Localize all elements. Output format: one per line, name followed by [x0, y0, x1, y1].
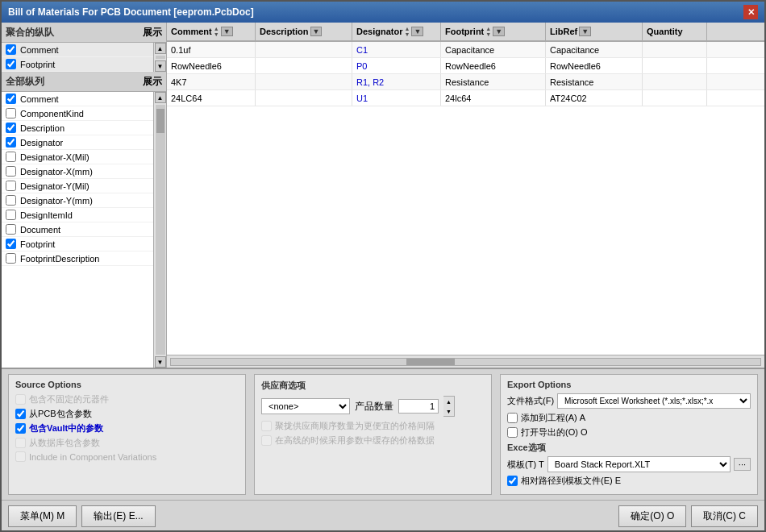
table-panel: Comment ▲▼ ▼ Description ▼ Designator ▲▼… — [167, 23, 764, 368]
td-3-2: U1 — [352, 90, 441, 106]
export-opt-relpath-label: 相对路径到模板文件(E) E — [521, 475, 621, 487]
table-row[interactable]: 24LC64U124lc64AT24C02 — [167, 90, 764, 106]
th-designator-sort[interactable]: ▲▼ — [404, 26, 410, 37]
all-col-8-label: DesignItemId — [20, 210, 73, 220]
qty-up[interactable]: ▲ — [443, 397, 454, 406]
all-col-9[interactable]: Document — [2, 222, 153, 237]
th-designator-label: Designator — [356, 27, 402, 36]
all-col-4-check[interactable] — [6, 152, 16, 162]
all-col-4[interactable]: Designator-X(Mil) — [2, 150, 153, 164]
th-comment-sort[interactable]: ▲▼ — [214, 26, 219, 37]
all-vert-scroll[interactable]: ▲ ▼ — [153, 92, 166, 368]
menu-button[interactable]: 菜单(M) M — [8, 505, 77, 527]
th-designator-filter[interactable]: ▼ — [411, 27, 423, 36]
all-col-1[interactable]: ComponentKind — [2, 106, 153, 121]
qty-down[interactable]: ▼ — [443, 406, 454, 416]
ok-button[interactable]: 确定(O) O — [618, 505, 686, 527]
export-opt-open-check[interactable] — [507, 427, 518, 438]
supplier-options-title: 供应商选项 — [261, 380, 485, 392]
all-col-2-check[interactable] — [6, 123, 16, 133]
all-col-10-check[interactable] — [6, 239, 16, 249]
format-select[interactable]: Microsoft Excel Worksheet (*.xls;*.xlsx;… — [557, 393, 751, 409]
source-opt-3-check[interactable] — [15, 423, 26, 434]
all-col-9-check[interactable] — [6, 224, 16, 235]
grouped-col-footprint-check[interactable] — [6, 59, 16, 69]
table-row[interactable]: 0.1ufC1CapacitanceCapacitance — [167, 42, 764, 58]
all-col-6[interactable]: Designator-Y(Mil) — [2, 179, 153, 193]
all-col-6-check[interactable] — [6, 181, 16, 191]
all-col-3[interactable]: Designator — [2, 135, 153, 150]
all-col-3-check[interactable] — [6, 137, 16, 148]
all-col-7-check[interactable] — [6, 195, 16, 206]
qty-input[interactable] — [398, 399, 439, 414]
all-col-5-check[interactable] — [6, 166, 16, 177]
all-col-0-label: Comment — [20, 94, 59, 104]
th-libref-filter[interactable]: ▼ — [579, 27, 591, 36]
qty-label: 产品数量 — [355, 400, 393, 414]
th-footprint-label: Footprint — [445, 27, 484, 36]
template-dots-btn[interactable]: ··· — [734, 458, 751, 471]
th-comment-filter[interactable]: ▼ — [221, 27, 233, 36]
all-col-10[interactable]: Footprint — [2, 237, 153, 251]
th-comment[interactable]: Comment ▲▼ ▼ — [167, 23, 256, 40]
all-col-11-check[interactable] — [6, 253, 16, 264]
td-0-2: C1 — [352, 42, 441, 57]
title-bar: Bill of Materials For PCB Document [eepr… — [2, 2, 764, 23]
grouped-col-footprint[interactable]: Footprint — [2, 57, 153, 72]
source-opt-1-check[interactable] — [15, 394, 26, 405]
supplier-opt-2-check[interactable] — [261, 435, 272, 446]
source-opt-4-check[interactable] — [15, 438, 26, 448]
export-opt-add-check[interactable] — [507, 413, 518, 423]
supplier-select[interactable]: <none> — [261, 398, 350, 414]
export-opt-relpath-check[interactable] — [507, 476, 518, 486]
all-scroll-down[interactable]: ▼ — [155, 356, 166, 368]
table-row[interactable]: RowNeedle6P0RowNeedle6RowNeedle6 — [167, 58, 764, 74]
th-footprint-filter[interactable]: ▼ — [493, 27, 505, 36]
supplier-opt-1-check[interactable] — [261, 421, 272, 431]
export-button[interactable]: 输出(E) E... — [81, 505, 155, 527]
template-select[interactable]: Board Stack Report.XLT — [547, 456, 731, 472]
grouped-col-comment-check[interactable] — [6, 44, 16, 55]
export-opt-add: 添加到工程(A) A — [507, 412, 751, 424]
all-col-10-label: Footprint — [20, 239, 55, 249]
td-2-5 — [643, 74, 707, 89]
source-opt-5: Include in Component Variations — [15, 451, 239, 462]
grouped-vert-scroll[interactable]: ▲ ▼ — [153, 43, 166, 72]
horiz-scrollbar-thumb[interactable] — [406, 359, 455, 365]
export-opt-open: 打开导出的(O) O — [507, 426, 751, 438]
th-footprint-sort[interactable]: ▲▼ — [485, 26, 491, 37]
export-options-title: Export Options — [507, 380, 751, 389]
all-col-2[interactable]: Description — [2, 121, 153, 135]
horiz-scrollbar-track[interactable] — [170, 358, 761, 366]
all-scroll-up[interactable]: ▲ — [155, 92, 166, 103]
cancel-button[interactable]: 取消(C) C — [691, 505, 758, 527]
th-libref[interactable]: LibRef ▼ — [546, 23, 643, 40]
all-col-7[interactable]: Designator-Y(mm) — [2, 193, 153, 208]
th-description[interactable]: Description ▼ — [256, 23, 352, 40]
source-opt-2-check[interactable] — [15, 409, 26, 419]
supplier-options-panel: 供应商选项 <none> 产品数量 ▲ ▼ 聚拢供应商顺序数量为更便宜的价格间隔 — [254, 374, 492, 495]
horiz-scrollbar[interactable] — [167, 355, 764, 368]
all-col-0-check[interactable] — [6, 94, 16, 104]
button-row: 菜单(M) M 输出(E) E... 确定(O) O 取消(C) C — [2, 500, 764, 530]
all-columns-label: 全部纵列 — [6, 75, 44, 89]
all-col-1-check[interactable] — [6, 108, 16, 118]
export-opt-add-label: 添加到工程(A) A — [521, 412, 585, 424]
all-col-8-check[interactable] — [6, 210, 16, 220]
table-wrapper: Comment ▲▼ ▼ Description ▼ Designator ▲▼… — [167, 23, 764, 355]
all-col-8[interactable]: DesignItemId — [2, 208, 153, 222]
grouped-col-comment[interactable]: Comment — [2, 43, 153, 57]
th-footprint[interactable]: Footprint ▲▼ ▼ — [441, 23, 546, 40]
grouped-scroll-down[interactable]: ▼ — [155, 60, 166, 72]
td-3-3: 24lc64 — [441, 90, 546, 106]
th-description-filter[interactable]: ▼ — [310, 27, 323, 36]
all-col-11[interactable]: FootprintDescription — [2, 251, 153, 266]
source-opt-5-check[interactable] — [15, 451, 26, 462]
all-col-0[interactable]: Comment — [2, 92, 153, 106]
all-col-5[interactable]: Designator-X(mm) — [2, 164, 153, 179]
close-button[interactable]: ✕ — [743, 5, 758, 19]
grouped-scroll-up[interactable]: ▲ — [155, 43, 166, 54]
window-title: Bill of Materials For PCB Document [eepr… — [8, 6, 254, 18]
table-row[interactable]: 4K7R1, R2ResistanceResistance — [167, 74, 764, 90]
th-designator[interactable]: Designator ▲▼ ▼ — [352, 23, 441, 40]
